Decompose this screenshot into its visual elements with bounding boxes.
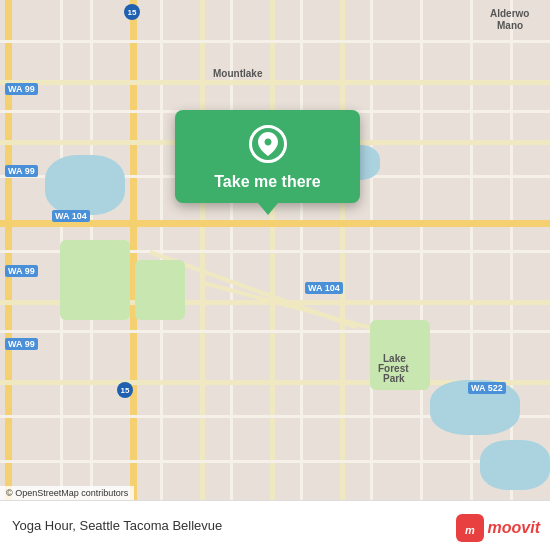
hwy-i5-top: 15 [124, 4, 140, 20]
take-me-there-button[interactable]: Take me there [214, 173, 320, 191]
road-h-330 [0, 330, 550, 333]
road-h-460 [0, 460, 550, 463]
moovit-name: moovit [488, 519, 540, 537]
hwy-wa104-1: WA 104 [52, 210, 90, 222]
popup-card[interactable]: Take me there [175, 110, 360, 203]
park-1 [60, 240, 130, 320]
park-2 [135, 260, 185, 320]
map-container: WA 99 WA 99 WA 99 WA 99 WA 104 WA 104 WA… [0, 0, 550, 500]
svg-text:m: m [465, 524, 475, 536]
moovit-logo: m moovit [456, 514, 540, 542]
road-h-80 [0, 80, 550, 85]
hwy-wa99-4: WA 99 [5, 338, 38, 350]
label-mountlake: Mountlake [213, 68, 262, 79]
location-pin-icon [258, 132, 278, 156]
bottom-bar: Yoga Hour, Seattle Tacoma Bellevue m moo… [0, 500, 550, 550]
water-body-4 [480, 440, 550, 490]
popup-pin [249, 125, 287, 163]
diagonal-road-2 [199, 280, 393, 336]
hwy-wa99-1: WA 99 [5, 83, 38, 95]
osm-text: © OpenStreetMap contributors [6, 488, 128, 498]
hwy-wa104-2: WA 104 [305, 282, 343, 294]
water-body-1 [45, 155, 125, 215]
hwy-wa99-2: WA 99 [5, 165, 38, 177]
osm-attribution: © OpenStreetMap contributors [0, 486, 134, 500]
moovit-icon: m [456, 514, 484, 542]
hwy-wa522: WA 522 [468, 382, 506, 394]
park-3 [370, 320, 430, 390]
hwy-i5-bot: 15 [117, 382, 133, 398]
road-h-40 [0, 40, 550, 43]
hwy-wa99-3: WA 99 [5, 265, 38, 277]
